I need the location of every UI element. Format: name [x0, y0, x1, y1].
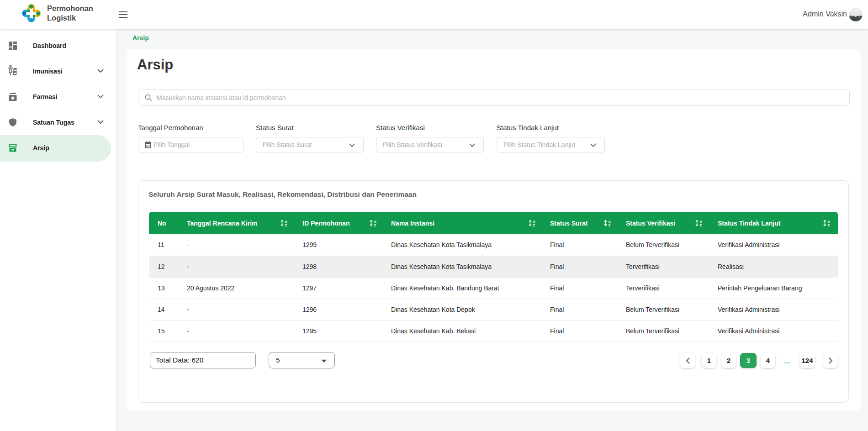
svg-text:Z: Z — [828, 223, 830, 226]
svg-text:Z: Z — [285, 223, 287, 226]
svg-text:Z: Z — [700, 223, 702, 226]
svg-text:Z: Z — [374, 223, 376, 226]
svg-text:Z: Z — [609, 223, 611, 226]
svg-text:Z: Z — [533, 223, 535, 226]
